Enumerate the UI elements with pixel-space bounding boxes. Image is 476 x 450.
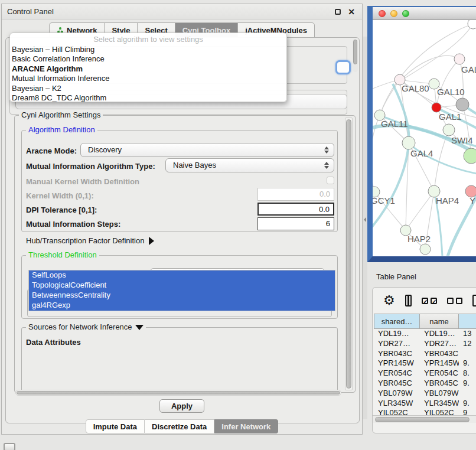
node-gal-partial-label: GAL	[461, 64, 476, 74]
algorithm-list: Bayesian – Hill ClimbingBasic Correlatio…	[10, 44, 286, 102]
table-cell: YDR27…	[420, 339, 459, 349]
node-gal-partial[interactable]	[454, 54, 465, 64]
table-cell: YPR145W	[374, 358, 420, 369]
manual-kernel-width-checkbox[interactable]	[327, 177, 334, 184]
node-gal4[interactable]	[402, 136, 415, 149]
node-gal1[interactable]	[432, 103, 441, 112]
table-toolbar: ⚙ ✓✓	[373, 288, 476, 314]
gear-icon[interactable]: ⚙	[383, 294, 395, 307]
sources-legend: Sources for Network Inference	[26, 323, 146, 331]
table-cell: YER054C	[420, 369, 459, 379]
table-row[interactable]: YBR045CYBR045C9.	[374, 379, 476, 389]
table-cell: 13	[459, 329, 476, 339]
export-table-icon[interactable]	[472, 295, 476, 306]
table-cell: YLR345W	[374, 399, 420, 409]
hub-transcription-factor-label: Hub/Transcription Factor Definition	[26, 236, 144, 245]
algorithm-option[interactable]: Dream8 DC_TDC Algorithm	[10, 93, 286, 102]
node-swi4-label: SWI4	[451, 135, 473, 145]
table-row[interactable]: YBR043CYBR043C	[374, 349, 476, 359]
node-pink-edge-label: Y	[470, 195, 475, 206]
attribute-item[interactable]: TopologicalCoefficient	[29, 281, 335, 291]
node-hap4-label: HAP4	[436, 195, 459, 206]
split-handle-icon[interactable]	[364, 217, 366, 222]
node-edge-top[interactable]	[468, 20, 476, 29]
data-attributes-list[interactable]: SelfLoopsTopologicalCoefficientBetweenne…	[28, 270, 335, 311]
algorithm-option[interactable]: Bayesian – K2	[10, 83, 286, 93]
table-cell: 12	[459, 339, 476, 349]
table-horizontal-scrollbar[interactable]	[373, 415, 476, 423]
bottom-tab-infer-network[interactable]: Infer Network	[214, 419, 278, 433]
close-panel-icon[interactable]: ✕	[348, 6, 355, 17]
apply-button[interactable]: Apply	[159, 399, 204, 413]
bottom-tab-discretize-data[interactable]: Discretize Data	[145, 419, 214, 433]
table-row[interactable]: YBL079WYBL079W	[374, 389, 476, 399]
network-view-window: GALGAL80GAL10GAL1SWI4GAL11GAL4GCY1HAP4YH…	[367, 6, 476, 262]
table-panel-title: Table Panel	[376, 272, 416, 281]
network-edge[interactable]	[406, 191, 434, 230]
control-panel-titlebar: Control Panel ✕	[2, 4, 362, 19]
minimize-window-icon[interactable]	[390, 10, 397, 17]
deselect-all-columns-icon[interactable]	[447, 298, 462, 304]
column-header[interactable]: shared…	[374, 314, 420, 329]
network-canvas[interactable]: GALGAL80GAL10GAL1SWI4GAL11GAL4GCY1HAP4YH…	[373, 20, 476, 256]
node-gal1-label: GAL1	[439, 112, 461, 122]
algorithm-option[interactable]: ARACNE Algorithm	[10, 64, 286, 73]
settings-vertical-scrollbar[interactable]	[345, 118, 353, 390]
collapsed-panel-button[interactable]	[4, 443, 15, 450]
table-row[interactable]: YPR145WYPR145W9.	[374, 358, 476, 369]
node-edge-bottom[interactable]	[420, 244, 431, 255]
aracne-mode-label: Aracne Mode:	[26, 146, 77, 155]
columns-icon[interactable]	[405, 295, 412, 306]
node-gal10-label: GAL10	[437, 87, 465, 97]
table-cell: YBR045C	[420, 379, 459, 389]
table-cell: YBL079W	[374, 389, 420, 399]
table-cell	[459, 349, 476, 359]
collapse-arrow-icon[interactable]	[135, 325, 144, 330]
column-header[interactable]	[459, 314, 476, 329]
mi-steps-field[interactable]: 6	[257, 217, 334, 230]
algorithm-option[interactable]: Mutual Information Inference	[10, 73, 286, 83]
aracne-mode-combobox[interactable]: Discovery	[80, 143, 334, 157]
dpi-tolerance-field[interactable]: 0.0	[257, 203, 334, 216]
node-hap2-label: HAP2	[407, 234, 431, 244]
select-all-columns-icon[interactable]: ✓✓	[422, 298, 437, 304]
node-gray[interactable]	[456, 98, 469, 111]
bottom-tab-impute-data[interactable]: Impute Data	[86, 419, 145, 433]
table-row[interactable]: YER054CYER054C8.	[374, 369, 476, 379]
settings-horizontal-scrollbar[interactable]	[15, 390, 341, 396]
float-panel-icon[interactable]	[335, 9, 341, 15]
split-pane-divider[interactable]	[363, 37, 367, 419]
hub-transcription-factor-section[interactable]: Hub/Transcription Factor Definition	[26, 236, 154, 245]
close-window-icon[interactable]	[379, 10, 386, 17]
attribute-item[interactable]: BetweennessCentrality	[29, 291, 335, 301]
mi-algorithm-type-combobox[interactable]: Naive Bayes	[165, 158, 334, 172]
network-edge[interactable]	[436, 59, 459, 107]
table-cell: YDL19…	[420, 329, 459, 339]
node-swi4[interactable]	[443, 124, 455, 136]
table-row[interactable]: YDL19…YDL19…13	[374, 329, 476, 339]
node-table: shared…name YDL19…YDL19…13YDR27…YDR27…12…	[374, 314, 476, 418]
column-header[interactable]: name	[420, 314, 459, 329]
table-cell: 8.	[459, 369, 476, 379]
table-cell: YER054C	[374, 369, 420, 379]
attribute-item[interactable]: SelfLoops	[29, 270, 335, 281]
algorithm-combobox-focus-ring[interactable]	[335, 60, 351, 74]
manual-kernel-width-label: Manual Kernel Width Definition	[26, 177, 139, 186]
table-row[interactable]: YDR27…YDR27…12	[374, 339, 476, 349]
attributes-list-scrollbar[interactable]	[353, 39, 358, 72]
table-cell: 9.	[459, 399, 476, 409]
table-cell	[459, 389, 476, 399]
node-gal11-label: GAL11	[381, 119, 408, 129]
table-row[interactable]: YLR345WYLR345W9.	[374, 399, 476, 409]
expand-arrow-icon[interactable]	[149, 237, 154, 245]
algorithm-option[interactable]: Bayesian – Hill Climbing	[10, 44, 286, 54]
node-green-edge[interactable]	[464, 148, 476, 164]
data-attributes-label: Data Attributes	[26, 338, 81, 347]
kernel-width-field[interactable]: 0.0	[257, 188, 334, 201]
zoom-window-icon[interactable]	[402, 10, 409, 17]
node-gal4-label: GAL4	[410, 148, 433, 158]
algorithm-option[interactable]: Basic Correlation Inference	[10, 54, 286, 63]
algorithm-dropdown-popup: Select algorithm to view settings Bayesi…	[9, 32, 287, 102]
table-panel: ⚙ ✓✓ shared…name YDL19…YDL19…13YDR27…YDR…	[372, 287, 476, 433]
attribute-item[interactable]: gal4RGexp	[29, 301, 335, 311]
